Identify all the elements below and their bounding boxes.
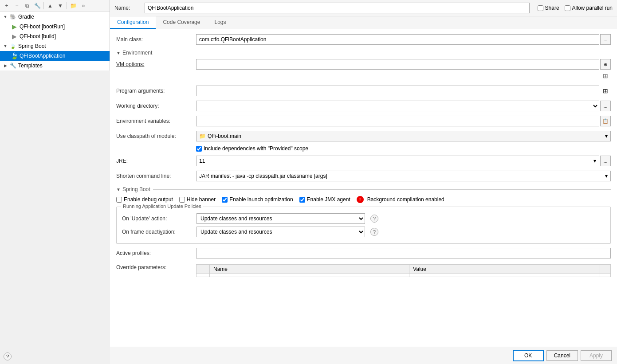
share-area: Share Allow parallel run: [538, 5, 613, 11]
tab-logs[interactable]: Logs: [207, 16, 233, 29]
on-update-select[interactable]: Update classes and resourcesHot swap cla…: [196, 213, 365, 224]
templates-expander[interactable]: ▶: [3, 63, 8, 68]
shorten-cmdline-dropdown-icon: ▾: [605, 173, 608, 179]
on-frame-select[interactable]: Update classes and resourcesHot swap cla…: [196, 227, 365, 237]
sidebar-item-qfi-boot-build[interactable]: ▶ QFi-boot [build]: [0, 31, 110, 41]
jre-label: JRE:: [116, 158, 196, 164]
enable-jmx-checkbox[interactable]: [299, 197, 305, 203]
main-panel: Name: Share Allow parallel run Configura…: [110, 0, 617, 364]
working-dir-browse-button[interactable]: ...: [600, 101, 611, 111]
jre-browse-button[interactable]: ...: [600, 156, 611, 166]
enable-debug-checkbox[interactable]: [116, 197, 122, 203]
allow-parallel-checkbox-label[interactable]: Allow parallel run: [565, 5, 613, 11]
include-deps-row: Include dependencies with "Provided" sco…: [196, 145, 611, 152]
on-update-label: On 'Update' action:: [122, 215, 193, 222]
name-bar: Name: Share Allow parallel run: [110, 0, 617, 16]
classpath-module-label: Use classpath of module:: [116, 133, 196, 139]
sidebar-label-qfi-boot-build: QFi-boot [build]: [20, 33, 56, 39]
help-button-bottom[interactable]: ?: [4, 352, 12, 360]
jre-value: 11: [199, 158, 205, 164]
hide-banner-text: Hide banner: [187, 196, 216, 203]
env-vars-copy-button[interactable]: 📋: [600, 116, 611, 126]
vm-options-expand2-button[interactable]: ⊞: [600, 70, 611, 81]
enable-launch-checkbox[interactable]: [222, 197, 228, 203]
program-args-row: Program arguments: ⊞: [116, 85, 611, 97]
templates-icon: 🔧: [9, 62, 16, 69]
spring-boot-section-header: ▼ Spring Boot: [116, 186, 611, 192]
remove-config-button[interactable]: −: [12, 1, 22, 11]
move-up-button[interactable]: ▲: [45, 1, 55, 11]
main-class-label: Main class:: [116, 36, 196, 43]
program-args-input[interactable]: [196, 86, 599, 96]
spring-boot-expander[interactable]: ▼: [3, 44, 8, 48]
classpath-module-icon: 📁: [199, 133, 206, 139]
vm-options-expand-button[interactable]: ⊕: [600, 59, 611, 70]
spring-boot-checkboxes: Enable debug output Hide banner Enable l…: [116, 196, 611, 203]
sidebar-item-qfi-boot-run[interactable]: ▶ QFi-boot [bootRun]: [0, 22, 110, 31]
shorten-cmdline-value: JAR manifest - java -cp classpath.jar cl…: [199, 173, 327, 179]
separator: [67, 2, 67, 9]
vm-options-row: VM options: ⊕: [116, 59, 611, 70]
environment-triangle[interactable]: ▼: [116, 51, 121, 55]
include-deps-checkbox[interactable]: [196, 146, 202, 152]
settings-config-button[interactable]: 🔧: [32, 1, 42, 11]
gradle-expander[interactable]: ▼: [3, 15, 8, 19]
configuration-content: Main class: ... ▼ Environment VM options…: [110, 29, 617, 347]
sidebar-item-templates[interactable]: ▶ 🔧 Templates: [0, 61, 110, 70]
name-input[interactable]: [145, 3, 530, 13]
share-checkbox-label[interactable]: Share: [538, 5, 559, 11]
cancel-button[interactable]: Cancel: [546, 350, 578, 361]
more-button[interactable]: »: [79, 1, 88, 11]
main-class-input[interactable]: [196, 34, 599, 45]
tab-configuration[interactable]: Configuration: [110, 16, 156, 29]
build-config-icon: ▶: [11, 33, 18, 40]
working-dir-label: Working directory:: [116, 103, 196, 109]
sidebar-item-qfi-boot-app[interactable]: 🍃 QFIBootApplication: [0, 51, 110, 61]
copy-config-button[interactable]: ⧉: [22, 1, 32, 11]
sidebar-item-gradle[interactable]: ▼ 🐘 Gradle: [0, 12, 110, 22]
enable-debug-text: Enable debug output: [124, 196, 173, 203]
enable-jmx-text: Enable JMX agent: [307, 196, 350, 203]
on-frame-help-button[interactable]: ?: [370, 228, 378, 236]
enable-debug-label[interactable]: Enable debug output: [116, 196, 173, 203]
sidebar-label-templates: Templates: [18, 63, 43, 69]
share-checkbox[interactable]: [538, 5, 543, 11]
background-compilation-text: Background compilation enabled: [367, 196, 444, 203]
vm-options-input[interactable]: [196, 59, 599, 70]
shorten-cmdline-label: Shorten command line:: [116, 173, 196, 179]
ok-button[interactable]: OK: [513, 350, 544, 361]
on-update-help-button[interactable]: ?: [370, 215, 378, 223]
main-class-browse-button[interactable]: ...: [600, 34, 611, 45]
allow-parallel-checkbox[interactable]: [565, 5, 570, 11]
override-params-row: Override parameters: Name Value: [116, 262, 611, 277]
vm-options-expand-row: ⊞: [116, 70, 611, 82]
enable-jmx-label[interactable]: Enable JMX agent: [299, 196, 350, 203]
shorten-cmdline-row: Shorten command line: JAR manifest - jav…: [116, 170, 611, 182]
tabs-bar: Configuration Code Coverage Logs: [110, 16, 617, 29]
spring-boot-icon: 🍃: [9, 43, 16, 50]
apply-button[interactable]: Apply: [581, 350, 612, 361]
tab-code-coverage[interactable]: Code Coverage: [156, 16, 207, 29]
folder-button[interactable]: 📁: [68, 1, 78, 11]
working-dir-select[interactable]: [196, 101, 599, 111]
classpath-module-row: Use classpath of module: 📁 QFi-boot.main…: [116, 130, 611, 142]
override-params-table: Name Value: [196, 264, 611, 277]
classpath-dropdown-icon: ▾: [605, 133, 608, 139]
background-compilation-item: ! Background compilation enabled: [357, 196, 444, 203]
add-config-button[interactable]: +: [2, 1, 12, 11]
sidebar-item-spring-boot[interactable]: ▼ 🍃 Spring Boot: [0, 41, 110, 51]
program-args-expand-button[interactable]: ⊞: [600, 86, 611, 96]
sidebar-label-gradle: Gradle: [18, 14, 34, 20]
hide-banner-label[interactable]: Hide banner: [179, 196, 216, 203]
sidebar-label-spring-boot: Spring Boot: [18, 43, 46, 49]
move-down-button[interactable]: ▼: [55, 1, 65, 11]
enable-launch-text: Enable launch optimization: [229, 196, 293, 203]
policy-section-title: Running Application Update Policies: [121, 204, 203, 209]
spring-boot-triangle[interactable]: ▼: [116, 187, 121, 192]
active-profiles-input[interactable]: [196, 248, 611, 258]
environment-section-header: ▼ Environment: [116, 50, 611, 56]
enable-launch-label[interactable]: Enable launch optimization: [222, 196, 293, 203]
env-vars-input[interactable]: [196, 116, 599, 126]
env-vars-row: Environment variables: 📋: [116, 115, 611, 127]
hide-banner-checkbox[interactable]: [179, 197, 185, 203]
